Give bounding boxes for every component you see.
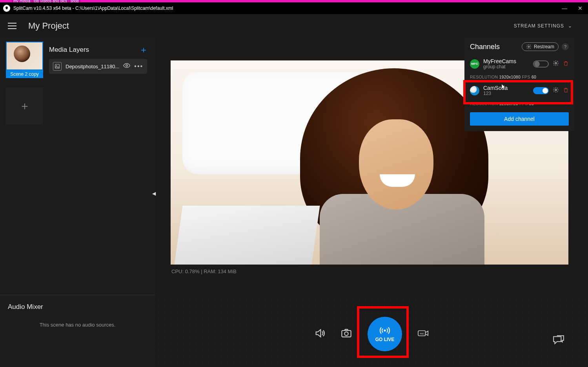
channel-row-camsoda: CamSoda 123 xyxy=(464,82,574,100)
channel-subtext: 123 xyxy=(483,91,529,97)
visibility-icon[interactable] xyxy=(123,63,130,70)
resolution-label: RESOLUTION xyxy=(470,75,498,79)
myfreecams-logo-icon: MFC xyxy=(470,59,479,69)
audio-mixer-panel: Audio Mixer This scene has no audio sour… xyxy=(0,295,155,367)
svg-point-10 xyxy=(555,89,557,91)
app-header: My Project STREAM SETTINGS ⌄ xyxy=(0,14,588,38)
minimize-button[interactable]: — xyxy=(557,2,572,14)
channel-toggle[interactable] xyxy=(533,60,549,68)
speaker-icon[interactable] xyxy=(314,328,325,340)
resolution-value: 1920x1080 xyxy=(499,75,521,79)
window-title: SplitCam v10.4.53 x64 beta - C:\Users\1\… xyxy=(13,5,173,11)
channels-title: Channels xyxy=(470,43,522,51)
restream-label: Restream xyxy=(534,44,554,49)
fps-value: 60 xyxy=(532,75,536,79)
channel-settings-icon[interactable] xyxy=(553,60,559,68)
channel-delete-icon[interactable] xyxy=(563,87,569,94)
camera-icon[interactable] xyxy=(341,328,352,340)
resolution-label: RESOLUTION xyxy=(470,101,498,106)
svg-point-9 xyxy=(555,62,557,64)
svg-point-8 xyxy=(528,46,530,47)
broadcast-icon xyxy=(379,326,391,335)
stream-settings-button[interactable]: STREAM SETTINGS ⌄ xyxy=(514,23,572,29)
app-logo-icon xyxy=(3,5,10,12)
help-icon[interactable]: ? xyxy=(562,43,569,50)
project-title: My Project xyxy=(28,21,514,31)
scene-thumbnail-image xyxy=(6,42,43,70)
stats-row: CPU: 0.78% | RAM: 134 MiB xyxy=(155,268,588,278)
restream-button[interactable]: Restream xyxy=(522,42,559,51)
channel-resolution-row: RESOLUTION 1920x1080 FPS 60 xyxy=(464,73,574,82)
title-bar: SplitCam v10.4.53 x64 beta - C:\Users\1\… xyxy=(0,2,588,14)
resolution-value: 1280x720 xyxy=(499,101,518,106)
layer-more-icon[interactable]: ••• xyxy=(134,63,143,70)
media-layers-title: Media Layers xyxy=(49,46,89,54)
chevron-down-icon: ⌄ xyxy=(568,23,572,29)
svg-text:REC: REC xyxy=(420,332,425,335)
add-scene-button[interactable]: ＋ xyxy=(6,87,43,124)
channel-name: CamSoda xyxy=(483,85,529,91)
main-content: CPU: 0.78% | RAM: 134 MiB GO LIVE xyxy=(155,38,588,367)
svg-point-2 xyxy=(126,65,128,67)
svg-point-1 xyxy=(56,65,57,66)
sidebar: Scene 2 copy Media Layers ＋ Depositphoto… xyxy=(0,38,155,367)
close-button[interactable]: ✕ xyxy=(572,2,588,14)
camsoda-logo-icon xyxy=(470,86,479,95)
svg-point-5 xyxy=(384,329,386,331)
fps-label: FPS xyxy=(519,101,528,106)
channels-panel: Channels Restream ? MFC MyFreeCams group… xyxy=(464,38,574,131)
fps-value: 30 xyxy=(529,101,534,106)
go-live-button[interactable]: GO LIVE xyxy=(368,317,402,351)
scene-thumbnail[interactable]: Scene 2 copy xyxy=(6,42,43,78)
media-layer-row[interactable]: Depositphotos_11180... ••• xyxy=(49,59,147,74)
add-layer-button[interactable]: ＋ xyxy=(139,44,148,56)
layer-name: Depositphotos_11180... xyxy=(66,64,119,69)
audio-mixer-title: Audio Mixer xyxy=(8,303,147,311)
scene-thumbnail-label: Scene 2 copy xyxy=(6,70,43,78)
channel-settings-icon[interactable] xyxy=(553,87,559,95)
cpu-value: 0.78% xyxy=(185,268,200,274)
channel-row-myfreecams: MFC MyFreeCams group chat xyxy=(464,55,574,73)
image-icon xyxy=(53,62,62,71)
plus-icon: ＋ xyxy=(19,99,30,113)
channel-name: MyFreeCams xyxy=(483,58,529,64)
ram-value: 134 MiB xyxy=(218,268,237,274)
channel-toggle[interactable] xyxy=(533,87,549,94)
stream-settings-label: STREAM SETTINGS xyxy=(514,23,564,29)
channel-resolution-row: RESOLUTION 1280x720 FPS 30 xyxy=(464,100,574,108)
add-channel-button[interactable]: Add channel xyxy=(470,112,569,126)
ram-label: RAM: xyxy=(204,268,217,274)
channel-subtext: group chat xyxy=(483,64,529,70)
bottom-controls: GO LIVE REC xyxy=(155,317,588,351)
fps-label: FPS xyxy=(522,75,530,79)
chat-icon[interactable] xyxy=(553,335,564,347)
cpu-label: CPU: xyxy=(171,268,184,274)
svg-point-4 xyxy=(344,332,348,336)
gear-icon xyxy=(526,44,532,49)
record-icon[interactable]: REC xyxy=(418,328,429,340)
channel-delete-icon[interactable] xyxy=(563,60,569,68)
menu-icon[interactable] xyxy=(8,23,16,29)
audio-mixer-empty-text: This scene has no audio sources. xyxy=(8,322,147,328)
go-live-label: GO LIVE xyxy=(375,337,395,342)
